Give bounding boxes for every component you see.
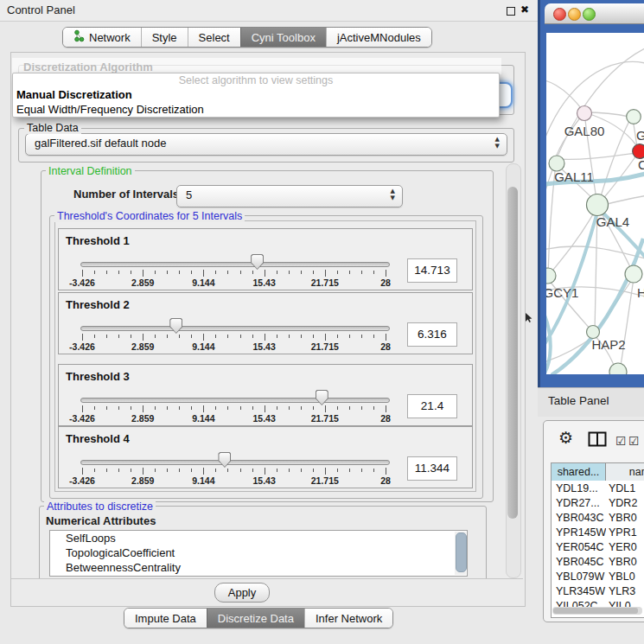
panel-scrollbar[interactable] — [506, 163, 521, 578]
minimize-traffic-light-icon[interactable] — [568, 8, 581, 21]
table-row[interactable]: YPR145WYPR1 — [552, 526, 644, 540]
table-row[interactable]: YBL079WYBL0 — [552, 570, 644, 584]
cell-name: YDL1 — [609, 481, 644, 496]
slider-thumb[interactable] — [218, 452, 231, 468]
cell-name: YBR0 — [609, 511, 644, 526]
slider-thumb[interactable] — [251, 254, 264, 270]
close-traffic-light-icon[interactable] — [553, 8, 566, 21]
network-window-titlebar[interactable] — [545, 3, 644, 24]
gear-icon[interactable]: ⚙ — [558, 428, 573, 447]
apply-bar: Apply — [11, 578, 523, 605]
threshold-label: Threshold 4 — [66, 432, 130, 445]
network-icon — [73, 29, 85, 45]
table-row[interactable]: YDL19...YDL1 — [552, 481, 644, 496]
node-attribute-table[interactable]: shared... name YDL19...YDL1YDR27...YDR2Y… — [551, 462, 644, 618]
node-label-ga: GA — [636, 128, 644, 143]
attribute-item-selfloops[interactable]: SelfLoops — [50, 531, 467, 545]
cell-shared-name: YDL19... — [556, 481, 606, 496]
mouse-cursor — [526, 313, 533, 326]
algorithm-dropdown-popup: Select algorithm to view settings Manual… — [12, 73, 500, 118]
attribute-item-betweennesscentrality[interactable]: BetweennessCentrality — [50, 560, 467, 575]
table-data-group-title: Table Data — [24, 122, 81, 134]
node-label-h: H — [637, 285, 644, 300]
threshold-value-field[interactable]: 11.344 — [407, 456, 457, 481]
split-pane-icon[interactable] — [588, 431, 607, 450]
num-intervals-label: Number of Intervals — [73, 188, 179, 201]
table-horizontal-scrollbar[interactable] — [552, 607, 642, 615]
table-row[interactable]: YER054CYER0 — [552, 540, 644, 555]
combo-stepper-icon: ▲▼ — [391, 188, 395, 201]
threshold-value-field[interactable]: 14.713 — [407, 258, 457, 283]
tab-jactivemnodules[interactable]: jActiveMNodules — [326, 28, 431, 47]
table-data-combobox[interactable]: galFiltered.sif default node ▲▼ — [25, 133, 507, 156]
column-header-shared-name[interactable]: shared... — [552, 463, 606, 481]
cell-shared-name: YDR27... — [556, 496, 606, 511]
bottom-tab-impute-data[interactable]: Impute Data — [124, 609, 207, 628]
popup-options: Manual DiscretizationEqual Width/Frequen… — [13, 87, 499, 117]
apply-button[interactable]: Apply — [214, 583, 270, 603]
attributes-scrollbar[interactable] — [455, 532, 466, 575]
table-row[interactable]: YDR27...YDR2 — [552, 496, 644, 511]
tab-select[interactable]: Select — [188, 28, 240, 47]
threshold-row-4: Threshold 4-3.4262.8599.14415.4321.71528… — [58, 426, 473, 488]
table-row[interactable]: YBR043CYBR0 — [552, 511, 644, 526]
slider-thumb[interactable] — [316, 390, 328, 405]
bottom-tab-infer-network[interactable]: Infer Network — [304, 609, 392, 628]
thresholds-container: Threshold 1-3.4262.8599.14415.4321.71528… — [54, 220, 476, 492]
slider-track[interactable] — [80, 326, 390, 331]
slider-thumb[interactable] — [169, 318, 182, 334]
table-row[interactable]: YLR345WYLR3 — [552, 584, 644, 599]
threshold-value-field[interactable]: 21.4 — [407, 394, 457, 418]
checkbox-checked-icon[interactable]: ☑ — [628, 434, 640, 448]
control-panel-title: Control Panel — [7, 3, 75, 16]
node-label-c: C — [638, 157, 644, 172]
cell-name: YBR0 — [609, 555, 644, 570]
column-header-name[interactable]: name — [606, 463, 644, 481]
popup-option-equal-width-frequency-discretization[interactable]: Equal Width/Frequency Discretization — [13, 102, 499, 117]
slider-track[interactable] — [80, 262, 390, 267]
node-label-gal11: GAL11 — [554, 169, 594, 184]
cell-shared-name: YER054C — [556, 540, 606, 555]
cell-shared-name: YPR145W — [556, 526, 606, 540]
attributes-group-title: Attributes to discretize — [44, 501, 156, 513]
screen: Control Panel ✖ NetworkStyleSelectCyni T… — [0, 0, 644, 644]
slider-track[interactable] — [80, 460, 390, 465]
interval-group-title: Interval Definition — [46, 165, 135, 177]
scroll-area: Discretization Algorithm Select algorith… — [11, 53, 523, 578]
tab-network[interactable]: Network — [63, 28, 141, 47]
cell-shared-name: YLR345W — [556, 584, 606, 599]
close-icon[interactable]: ✖ — [520, 3, 529, 16]
slider-track[interactable] — [80, 398, 390, 403]
node-label-hap2: HAP2 — [591, 337, 625, 352]
node-label-gal4: GAL4 — [596, 214, 629, 229]
threshold-row-1: Threshold 1-3.4262.8599.14415.4321.71528… — [58, 228, 473, 290]
num-intervals-combobox[interactable]: 5 ▲▼ — [176, 185, 403, 207]
node-label-gal80: GAL80 — [564, 124, 605, 138]
node-label-gcy1: GCY1 — [546, 285, 578, 300]
cell-name: YPR1 — [609, 526, 644, 540]
threshold-label: Threshold 2 — [66, 298, 130, 311]
threshold-row-3: Threshold 3-3.4262.8599.14415.4321.71528… — [58, 364, 473, 426]
cell-name: YER0 — [609, 540, 644, 555]
cyni-toolbox-panel: Discretization Algorithm Select algorith… — [10, 52, 526, 607]
popup-option-manual-discretization[interactable]: Manual Discretization — [13, 87, 499, 102]
checkbox-checked-icon[interactable]: ☑ — [615, 434, 627, 448]
cell-name: YBL0 — [609, 570, 644, 584]
table-row[interactable]: YBR045CYBR0 — [552, 555, 644, 570]
network-graph: GAL80 GA C GAL11 GAL4 GCY1 H HAP2 — [546, 33, 644, 374]
network-view-window: GAL80 GA C GAL11 GAL4 GCY1 H HAP2 — [538, 0, 644, 387]
zoom-traffic-light-icon[interactable] — [583, 8, 596, 21]
attribute-item-topologicalcoefficient[interactable]: TopologicalCoefficient — [50, 545, 467, 560]
threshold-row-2: Threshold 2-3.4262.8599.14415.4321.71528… — [58, 292, 473, 354]
numerical-attributes-list[interactable]: SelfLoopsTopologicalCoefficientBetweenne… — [49, 530, 468, 577]
tab-style[interactable]: Style — [141, 28, 188, 47]
tab-cyni-toolbox[interactable]: Cyni Toolbox — [240, 28, 326, 47]
combo-stepper-icon: ▲▼ — [495, 136, 500, 150]
threshold-value-field[interactable]: 6.316 — [407, 322, 457, 347]
control-panel-titlebar — [0, 0, 538, 22]
bottom-tab-discretize-data[interactable]: Discretize Data — [207, 609, 304, 628]
table-panel-title: Table Panel — [548, 394, 609, 407]
num-intervals-value: 5 — [186, 188, 192, 201]
float-window-icon[interactable] — [507, 7, 515, 16]
network-canvas[interactable]: GAL80 GA C GAL11 GAL4 GCY1 H HAP2 — [546, 33, 644, 374]
